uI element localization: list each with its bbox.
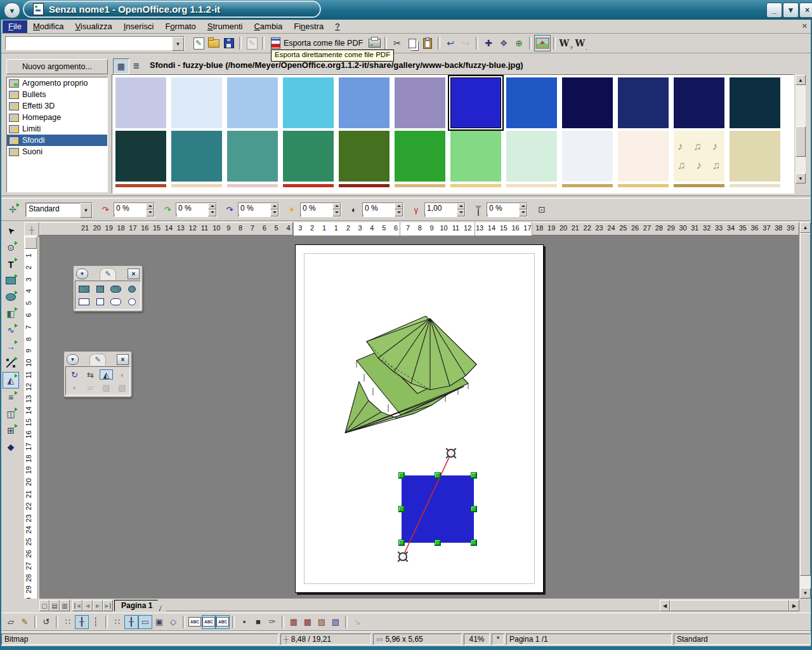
rounded-square-filled-button[interactable]	[125, 284, 138, 294]
show-grid[interactable]: ∷	[61, 615, 75, 629]
previous-page-button[interactable]: ◀	[82, 600, 93, 611]
save-icon[interactable]	[221, 36, 237, 51]
navigator-icon[interactable]: ✚	[481, 36, 496, 51]
green-3d-rotation-object[interactable]	[334, 312, 483, 442]
gallery-theme-suoni[interactable]: Suoni	[7, 146, 107, 157]
selected-bitmap-object[interactable]	[402, 475, 474, 543]
allow-quick-editing[interactable]: ABC	[188, 615, 202, 629]
texture-cream[interactable]	[618, 131, 669, 182]
texture-lavender-weave[interactable]	[115, 77, 166, 128]
hscroll-left-icon[interactable]: ◀	[660, 600, 670, 611]
lines-arrows-tool[interactable]: →	[3, 339, 18, 354]
texture-partial[interactable]	[227, 184, 278, 187]
selection-handle[interactable]	[398, 506, 405, 512]
select-text-area-only[interactable]: ABC	[202, 615, 216, 629]
texture-fuzzy-blue[interactable]	[450, 77, 501, 128]
arrange-tool[interactable]: ◫	[3, 406, 18, 421]
square-filled-button[interactable]	[93, 284, 107, 294]
spin-down-icon[interactable]	[395, 209, 403, 216]
cut-icon[interactable]: ✂	[390, 36, 405, 51]
line-contour[interactable]: ▧	[329, 615, 343, 629]
page-mode-button[interactable]: ▢	[39, 600, 49, 611]
blue-channel-input[interactable]	[239, 203, 270, 214]
spin-up-icon[interactable]	[146, 203, 154, 210]
rectangle-filled-button[interactable]	[77, 284, 91, 294]
brightness-input[interactable]	[301, 203, 332, 214]
graphics-mode-select[interactable]: Standard ▼	[25, 202, 93, 217]
texture-partial[interactable]	[115, 184, 166, 187]
gallery-icon[interactable]	[534, 35, 551, 51]
3d-objects-tool[interactable]: ◧	[3, 306, 18, 321]
connector-tool[interactable]	[3, 355, 18, 371]
canvas-scroll-up-icon[interactable]: ▲	[800, 222, 811, 233]
toolbar-drag-handle[interactable]: ✎	[89, 354, 106, 366]
snap-to-object-border[interactable]: ▣	[152, 615, 166, 629]
texture-navy-fabric[interactable]	[618, 77, 669, 128]
texture-dark-teal-stucco[interactable]	[115, 131, 166, 182]
selection-handle[interactable]	[435, 540, 441, 546]
toolbar-close-icon[interactable]: ×	[117, 354, 129, 365]
texture-night-stars[interactable]	[674, 77, 724, 128]
drawing-canvas[interactable]	[39, 236, 799, 599]
texture-partial[interactable]	[506, 184, 557, 187]
menu-formato[interactable]: Formato	[159, 20, 201, 33]
load-url-combo[interactable]: ▼	[5, 36, 185, 50]
contrast-input[interactable]	[363, 203, 395, 214]
toolbar-menu-icon[interactable]: ▼	[67, 354, 79, 365]
snap-to-page-margins[interactable]: ▭	[138, 615, 152, 629]
texture-dark-teal-blobs[interactable]	[730, 77, 780, 128]
effects-tool[interactable]: ◭	[3, 372, 19, 388]
gallery-theme-bullets[interactable]: Bullets	[7, 89, 107, 100]
pdf-export-button[interactable]: Esporta come file PDF	[267, 36, 367, 51]
texture-teal-drops[interactable]	[171, 131, 222, 182]
load-url-input[interactable]	[6, 37, 172, 50]
gallery-grid-view-button[interactable]: ▦	[113, 58, 129, 74]
gallery-scroll-down-icon[interactable]: ▼	[796, 173, 806, 183]
interaction-tool[interactable]: ◆	[3, 439, 18, 454]
close-button[interactable]: ×	[799, 3, 812, 18]
large-handles[interactable]: ■	[251, 615, 265, 629]
menu-strumenti[interactable]: Strumenti	[202, 20, 249, 33]
green-channel-input[interactable]	[176, 203, 208, 214]
spin-up-icon[interactable]	[519, 203, 527, 210]
gamma-input[interactable]	[425, 203, 457, 214]
gamma-spinner[interactable]	[457, 203, 465, 216]
texture-purple-leather[interactable]	[395, 77, 445, 128]
drawing-page[interactable]	[295, 244, 544, 593]
spin-down-icon[interactable]	[519, 209, 527, 216]
texture-partial[interactable]	[562, 184, 613, 187]
brightness-spinner[interactable]	[332, 203, 341, 216]
hyperlink-icon[interactable]: ⊕	[511, 36, 527, 51]
snap-to-snap-lines[interactable]: ╂	[124, 615, 138, 629]
spin-down-icon[interactable]	[457, 209, 465, 216]
undo-icon[interactable]: ↩	[443, 36, 458, 51]
print-icon[interactable]	[367, 36, 382, 51]
selection-handle[interactable]	[398, 540, 405, 546]
helplines-while-moving[interactable]: ┆	[89, 615, 103, 629]
red-channel-spinner[interactable]	[146, 203, 154, 216]
gallery-theme-sfondi[interactable]: Sfondi	[7, 135, 107, 146]
texture-green-fabric[interactable]	[283, 131, 334, 182]
selection-handle[interactable]	[471, 472, 477, 479]
selection-handle[interactable]	[398, 472, 405, 479]
texture-dark-grass[interactable]	[339, 131, 390, 182]
gallery-theme-homepage[interactable]: Homepage	[7, 112, 107, 123]
texture-partial[interactable]	[730, 184, 780, 187]
new-document-icon[interactable]: ✎	[191, 36, 206, 51]
edit-points[interactable]: ▱	[4, 615, 18, 629]
rounded-square-button[interactable]	[125, 296, 138, 307]
rotate-button[interactable]: ↻	[68, 369, 81, 380]
texture-blue-squares[interactable]	[506, 77, 557, 128]
texture-sand[interactable]	[730, 131, 780, 182]
toolbar-close-icon[interactable]: ×	[128, 269, 140, 279]
menu-file[interactable]: File	[3, 20, 27, 33]
contour-mode[interactable]: ▩	[301, 615, 315, 629]
contrast-spinner[interactable]	[395, 203, 403, 216]
curve-tool[interactable]: ∿	[3, 322, 18, 338]
menu-cambia[interactable]: Cambia	[248, 20, 288, 33]
rounded-rectangle-filled-button[interactable]	[109, 284, 122, 294]
selection-handle[interactable]	[471, 506, 477, 512]
w-question-icon[interactable]: W?	[558, 36, 573, 51]
last-page-button[interactable]: ▶	[103, 600, 113, 611]
spin-up-icon[interactable]	[208, 203, 216, 210]
